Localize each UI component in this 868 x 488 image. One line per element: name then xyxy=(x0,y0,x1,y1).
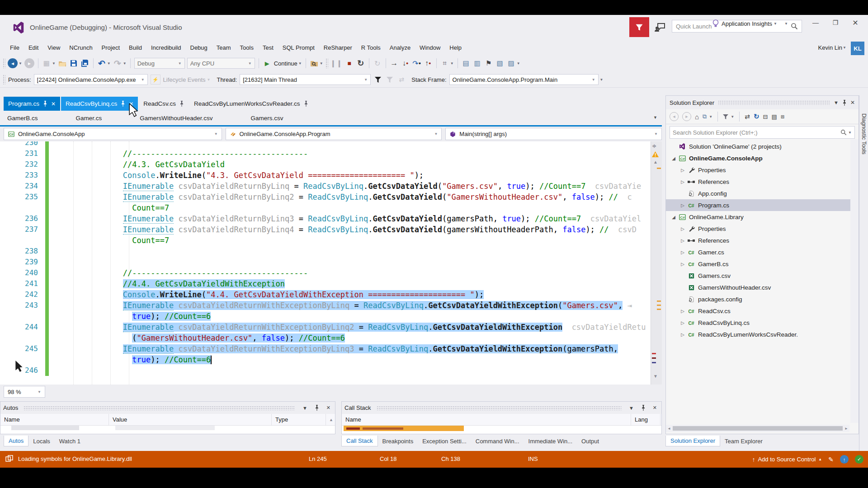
tree-item-packages-config[interactable]: packages.config xyxy=(666,293,859,305)
menu-item-project[interactable]: Project xyxy=(97,41,124,55)
code-row[interactable]: 230 xyxy=(0,141,651,148)
menu-item-window[interactable]: Window xyxy=(415,41,445,55)
column-header-lang[interactable]: Lang xyxy=(631,414,660,425)
red-filter-extension-icon[interactable] xyxy=(629,17,649,37)
code-row[interactable]: 244 IEnumerable csvDataYieldReturnWithEx… xyxy=(0,322,651,333)
collapse-all-icon[interactable]: ⊟ xyxy=(763,113,768,120)
close-icon[interactable]: ✕ xyxy=(51,101,56,107)
code-row[interactable]: 245 IEnumerable csvDataYieldReturnWithEx… xyxy=(0,343,651,354)
warning-triangle-icon[interactable] xyxy=(652,151,659,157)
stop-debugging-icon[interactable]: ■ xyxy=(345,58,354,69)
solution-explorer-search-input[interactable]: Search Solution Explorer (Ctrl+;) ▼ xyxy=(670,126,855,139)
code-text[interactable]: //-------------------------------------- xyxy=(49,148,651,159)
code-text[interactable]: IEnumerable csvDataYieldReturnByLinq3 = … xyxy=(49,213,651,224)
expander-closed-icon[interactable]: ▷ xyxy=(679,203,687,208)
tree-item-properties[interactable]: ▷Properties xyxy=(666,164,859,176)
menu-item-view[interactable]: View xyxy=(43,41,65,55)
tool-tab-command-win-[interactable]: Command Win... xyxy=(471,436,524,446)
tab-gamers-csv[interactable]: Gamers.csv xyxy=(251,115,283,122)
breakpoints-window-icon[interactable]: ▤ xyxy=(462,58,471,69)
code-editor[interactable]: 230231 //-------------------------------… xyxy=(0,141,662,385)
tree-item-readcsvbylinq-cs[interactable]: ▷C#ReadCsvByLinq.cs xyxy=(666,317,859,328)
code-row[interactable]: 232 //4.3. GetCsvDataYield xyxy=(0,159,651,170)
autos-columns[interactable]: ▲NameValueType xyxy=(0,414,335,426)
continue-play-icon[interactable]: ▶ xyxy=(263,58,272,69)
menu-item-debug[interactable]: Debug xyxy=(186,41,212,55)
filter-threads-icon[interactable] xyxy=(373,74,382,85)
column-header-value[interactable]: Value xyxy=(109,414,272,425)
bookmark-flag-icon[interactable]: ⚑ xyxy=(484,58,493,69)
toolbar-overflow-icon[interactable]: ▼ xyxy=(600,78,604,82)
code-text[interactable] xyxy=(49,246,651,257)
properties-icon[interactable]: ▤ xyxy=(771,113,777,120)
magnifier-icon[interactable] xyxy=(791,23,798,30)
pencil-icon[interactable]: ✎ xyxy=(828,456,834,463)
undo-icon[interactable]: ↶ xyxy=(97,58,106,69)
thread-dropdown[interactable]: [21632] Main Thread▼ xyxy=(240,74,371,85)
code-text[interactable]: Count==7 xyxy=(49,235,651,246)
menu-item-resharper[interactable]: ReSharper xyxy=(319,41,357,55)
code-text[interactable] xyxy=(49,365,651,376)
window-position-icon[interactable]: ▼ xyxy=(834,100,839,105)
call-stack-partial-row[interactable] xyxy=(342,426,661,431)
menu-item-team[interactable]: Team xyxy=(212,41,236,55)
undo-dropdown-icon[interactable]: ▼ xyxy=(107,61,111,66)
autos-partial-row[interactable] xyxy=(0,426,335,431)
navigate-back-dropdown-icon[interactable]: ▼ xyxy=(19,61,22,66)
code-row[interactable]: 242 Console.WriteLine("4.4. GetCsvDataYi… xyxy=(0,289,651,300)
switch-views-dropdown-icon[interactable]: ▼ xyxy=(709,115,712,119)
code-row[interactable]: Count==7 xyxy=(0,235,651,246)
code-text[interactable]: IEnumerable csvDataYieldReturnWithExcept… xyxy=(49,322,651,333)
tree-item-properties[interactable]: ▷Properties xyxy=(666,223,859,235)
output-window-icon[interactable]: ▥ xyxy=(473,58,482,69)
toolbar-grip[interactable] xyxy=(3,75,5,84)
code-row[interactable]: true); //Count==6 xyxy=(0,354,651,365)
member-dropdown[interactable]: Main(string[] args)▼ xyxy=(445,128,662,140)
expander-closed-icon[interactable]: ▷ xyxy=(679,262,687,267)
hex-display-icon[interactable]: ⌗ xyxy=(440,58,449,69)
scroll-up-icon[interactable]: ▲ xyxy=(329,418,333,422)
menu-item-build[interactable]: Build xyxy=(124,41,146,55)
code-row[interactable]: 238 xyxy=(0,246,651,257)
solution-platform-dropdown[interactable]: Any CPU▼ xyxy=(187,58,255,69)
new-file-icon[interactable]: ▦ xyxy=(42,58,51,69)
find-in-files-icon[interactable] xyxy=(310,58,319,69)
tree-item-program-cs[interactable]: ▷C#Program.cs xyxy=(666,199,859,211)
process-dropdown[interactable]: [22424] OnlineGame.ConsoleApp.exe▼ xyxy=(34,74,148,85)
expander-open-icon[interactable]: ◢ xyxy=(670,215,678,220)
code-row[interactable]: 240 //----------------------------------… xyxy=(0,267,651,278)
pin-icon[interactable] xyxy=(304,101,308,107)
diagnostic-tools-strip[interactable]: Diagnostic Tools xyxy=(859,95,868,451)
continue-dropdown-icon[interactable]: ▼ xyxy=(298,61,302,66)
tree-item-gamer-cs[interactable]: ▷C#Gamer.cs xyxy=(666,246,859,258)
tab-readcsv-cs[interactable]: ReadCsv.cs xyxy=(139,97,189,111)
tab-readcsvbylumenworkscsvreader-cs[interactable]: ReadCsvByLumenWorksCsvReader.cs xyxy=(189,97,313,111)
add-to-source-control-button[interactable]: ↑ Add to Source Control ▲ xyxy=(752,456,822,463)
show-next-statement-icon[interactable]: → xyxy=(390,58,399,69)
code-text[interactable]: ("GamersWithoutHeader.csv", false); //Co… xyxy=(49,333,651,343)
code-text[interactable]: IEnumerable csvDataYieldReturnByLinq2 = … xyxy=(49,192,651,202)
tree-item-gamerb-cs[interactable]: ▷C#GamerB.cs xyxy=(666,258,859,270)
application-insights-dropdown-icon[interactable]: ▼ xyxy=(774,22,777,26)
code-text[interactable]: IEnumerable csvDataYieldReturnByLinq = R… xyxy=(49,181,651,192)
expander-closed-icon[interactable]: ▷ xyxy=(679,179,687,184)
zoom-level-dropdown[interactable]: 98 % ▼ xyxy=(4,386,45,398)
watch-window-icon[interactable]: ▨ xyxy=(507,58,516,69)
tree-item-readcsv-cs[interactable]: ▷C#ReadCsv.cs xyxy=(666,305,859,317)
code-row[interactable]: 231 //----------------------------------… xyxy=(0,148,651,159)
windows-dropdown-icon[interactable]: ▼ xyxy=(517,61,520,66)
maximize-button[interactable]: ❐ xyxy=(826,16,845,29)
tool-tab-watch-1[interactable]: Watch 1 xyxy=(55,436,85,446)
tool-tab-call-stack[interactable]: Call Stack xyxy=(341,436,378,446)
pause-icon[interactable]: ❙❙ xyxy=(330,58,343,69)
step-into-icon[interactable]: ↓● xyxy=(401,58,410,69)
save-icon[interactable] xyxy=(69,58,78,69)
pin-icon[interactable] xyxy=(313,405,321,411)
sync-with-active-document-icon[interactable]: ⇄ xyxy=(745,113,750,120)
column-header-name[interactable]: Name xyxy=(342,414,631,425)
code-text[interactable]: Count==7 xyxy=(49,202,651,213)
filter-dropdown-icon[interactable]: ▼ xyxy=(731,115,734,119)
stack-frame-dropdown[interactable]: OnlineGame.ConsoleApp.Program.Main▼ xyxy=(449,74,599,85)
redo-icon[interactable]: ↷ xyxy=(113,58,122,69)
tree-item-solution-onlinegame-2-projects-[interactable]: Solution 'OnlineGame' (2 projects) xyxy=(666,141,859,152)
